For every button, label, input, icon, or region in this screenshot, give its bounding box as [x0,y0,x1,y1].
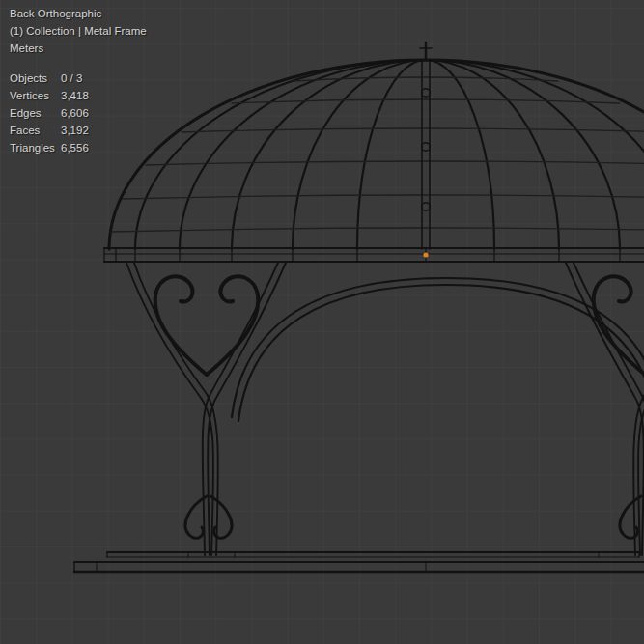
stat-row-triangles: Triangles 6,556 [10,139,89,156]
stat-value: 3,192 [61,122,89,139]
stat-value: 0 / 3 [61,70,82,87]
stat-row-faces: Faces 3,192 [10,122,89,139]
stat-value: 6,606 [61,104,89,122]
collection-breadcrumb: (1) Collection | Metal Frame [10,22,147,40]
blender-3d-viewport[interactable]: Back Orthographic (1) Collection | Metal… [0,0,644,644]
scene-statistics: Objects 0 / 3 Vertices 3,418 Edges 6,606… [10,70,89,156]
stat-value: 6,556 [61,139,89,156]
stat-value: 3,418 [61,87,89,104]
stat-row-edges: Edges 6,606 [10,104,89,122]
floor-grid [0,0,644,644]
object-origin-point[interactable] [423,252,428,257]
stat-label: Objects [10,70,61,87]
unit-system-label: Meters [10,40,147,57]
viewport-overlay: Back Orthographic (1) Collection | Metal… [10,5,147,57]
view-name-label: Back Orthographic [10,5,147,22]
stat-label: Edges [10,104,61,122]
stat-label: Vertices [10,87,61,104]
stat-label: Triangles [10,139,61,156]
stat-row-vertices: Vertices 3,418 [10,87,89,104]
stat-label: Faces [10,122,61,139]
viewport-canvas[interactable] [0,0,644,644]
stat-row-objects: Objects 0 / 3 [10,70,89,87]
